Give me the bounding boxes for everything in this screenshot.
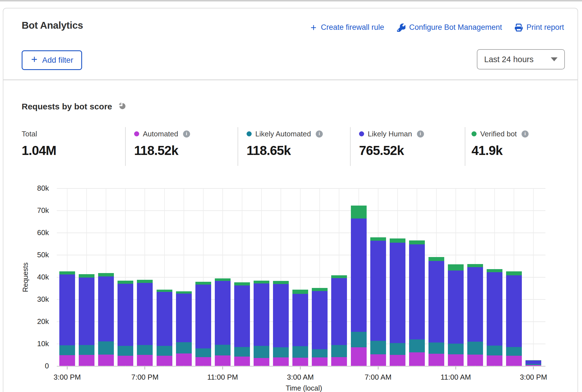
bar-1100pm[interactable] (215, 278, 231, 366)
bar-segment-automated[interactable] (390, 355, 405, 366)
bar-segment-likely-human[interactable] (176, 294, 192, 342)
bar-100am[interactable] (254, 281, 269, 366)
bar-segment-likely-automated[interactable] (506, 347, 522, 356)
bar-segment-likely-human[interactable] (254, 283, 269, 346)
bar-segment-automated[interactable] (525, 365, 541, 366)
bar-segment-likely-automated[interactable] (370, 341, 386, 354)
bar-200pm[interactable] (506, 271, 522, 366)
create-firewall-rule-link[interactable]: Create firewall rule (310, 23, 384, 32)
bar-segment-verified-bot[interactable] (428, 257, 444, 261)
bar-segment-automated[interactable] (59, 355, 75, 366)
bar-500am[interactable] (331, 275, 347, 366)
bar-segment-verified-bot[interactable] (312, 288, 328, 291)
bar-segment-automated[interactable] (176, 353, 192, 366)
bar-segment-likely-human[interactable] (118, 284, 133, 346)
bar-segment-likely-human[interactable] (157, 292, 172, 346)
bar-segment-verified-bot[interactable] (487, 269, 502, 272)
bar-segment-likely-human[interactable] (331, 278, 347, 345)
bar-segment-verified-bot[interactable] (448, 264, 464, 271)
bar-segment-likely-human[interactable] (428, 261, 444, 343)
bar-segment-verified-bot[interactable] (506, 271, 522, 275)
bar-segment-likely-automated[interactable] (467, 342, 483, 355)
bar-segment-verified-bot[interactable] (118, 281, 133, 284)
bar-800pm[interactable] (157, 290, 172, 366)
bar-600am[interactable] (351, 206, 367, 366)
bar-segment-likely-human[interactable] (487, 272, 502, 346)
bar-segment-likely-human[interactable] (370, 241, 386, 341)
bar-segment-verified-bot[interactable] (195, 282, 211, 285)
bar-segment-verified-bot[interactable] (98, 273, 114, 277)
bar-segment-likely-human[interactable] (79, 278, 94, 345)
bar-segment-automated[interactable] (234, 357, 250, 366)
bar-segment-automated[interactable] (137, 355, 153, 366)
bar-segment-likely-human[interactable] (195, 285, 211, 348)
bar-segment-likely-human[interactable] (351, 218, 367, 332)
bar-segment-likely-automated[interactable] (176, 342, 192, 353)
bar-segment-likely-automated[interactable] (79, 345, 94, 355)
bar-segment-automated[interactable] (118, 356, 133, 366)
bar-segment-automated[interactable] (428, 354, 444, 366)
bar-segment-automated[interactable] (448, 354, 464, 366)
bar-500pm[interactable] (98, 273, 114, 366)
bar-300pm[interactable] (59, 271, 75, 366)
bar-segment-verified-bot[interactable] (331, 275, 347, 278)
bar-segment-likely-automated[interactable] (292, 346, 308, 358)
bar-segment-likely-human[interactable] (273, 284, 289, 347)
bar-segment-likely-automated[interactable] (390, 343, 405, 355)
bar-segment-likely-automated[interactable] (137, 345, 153, 355)
bar-segment-verified-bot[interactable] (157, 290, 172, 292)
bar-segment-likely-human[interactable] (390, 243, 405, 343)
bar-segment-likely-automated[interactable] (351, 332, 367, 347)
bar-segment-likely-human[interactable] (525, 361, 541, 364)
bar-segment-likely-human[interactable] (467, 267, 483, 342)
bar-segment-verified-bot[interactable] (59, 271, 75, 274)
bar-1200pm[interactable] (467, 264, 483, 366)
bar-segment-likely-automated[interactable] (234, 347, 250, 357)
bar-segment-automated[interactable] (331, 357, 347, 366)
info-icon[interactable]: i (417, 130, 424, 138)
bar-800am[interactable] (390, 238, 405, 366)
bar-segment-verified-bot[interactable] (137, 280, 153, 283)
info-icon[interactable]: i (183, 130, 190, 138)
bar-900am[interactable] (409, 240, 425, 366)
print-report-link[interactable]: Print report (515, 23, 564, 32)
bar-segment-verified-bot[interactable] (467, 264, 483, 267)
bar-segment-likely-automated[interactable] (331, 345, 347, 357)
bar-200am[interactable] (273, 281, 289, 366)
add-filter-button[interactable]: Add filter (22, 50, 82, 70)
bar-segment-verified-bot[interactable] (79, 274, 94, 278)
bar-segment-verified-bot[interactable] (409, 240, 425, 244)
bar-segment-automated[interactable] (273, 357, 289, 366)
bar-segment-verified-bot[interactable] (370, 237, 386, 241)
bar-300am[interactable] (292, 290, 308, 366)
bar-400am[interactable] (312, 288, 328, 366)
bar-segment-verified-bot[interactable] (273, 281, 289, 284)
bar-segment-automated[interactable] (157, 356, 172, 366)
bar-1100am[interactable] (448, 264, 464, 366)
info-icon[interactable]: i (522, 130, 529, 138)
bar-segment-likely-automated[interactable] (428, 343, 444, 354)
bar-segment-automated[interactable] (487, 355, 502, 366)
bar-300pm[interactable] (525, 360, 541, 366)
bar-segment-likely-automated[interactable] (118, 346, 133, 356)
info-icon[interactable]: i (316, 130, 323, 138)
bar-segment-likely-human[interactable] (292, 294, 308, 346)
bar-segment-likely-automated[interactable] (448, 344, 464, 354)
bar-segment-automated[interactable] (98, 355, 114, 366)
bar-1000am[interactable] (428, 257, 444, 366)
bar-segment-likely-human[interactable] (506, 275, 522, 347)
bar-100pm[interactable] (487, 269, 502, 366)
bar-segment-likely-human[interactable] (137, 283, 153, 345)
bar-segment-likely-human[interactable] (215, 281, 231, 345)
bar-1200am[interactable] (234, 282, 250, 366)
bar-600pm[interactable] (118, 281, 133, 366)
bar-700am[interactable] (370, 237, 386, 366)
bar-segment-automated[interactable] (351, 347, 367, 366)
bar-segment-automated[interactable] (506, 356, 522, 366)
time-range-dropdown[interactable]: Last 24 hours (477, 49, 565, 69)
bar-segment-verified-bot[interactable] (215, 278, 231, 281)
bar-segment-automated[interactable] (467, 355, 483, 366)
bar-segment-verified-bot[interactable] (234, 282, 250, 285)
bar-segment-automated[interactable] (292, 358, 308, 366)
bar-400pm[interactable] (79, 274, 94, 366)
